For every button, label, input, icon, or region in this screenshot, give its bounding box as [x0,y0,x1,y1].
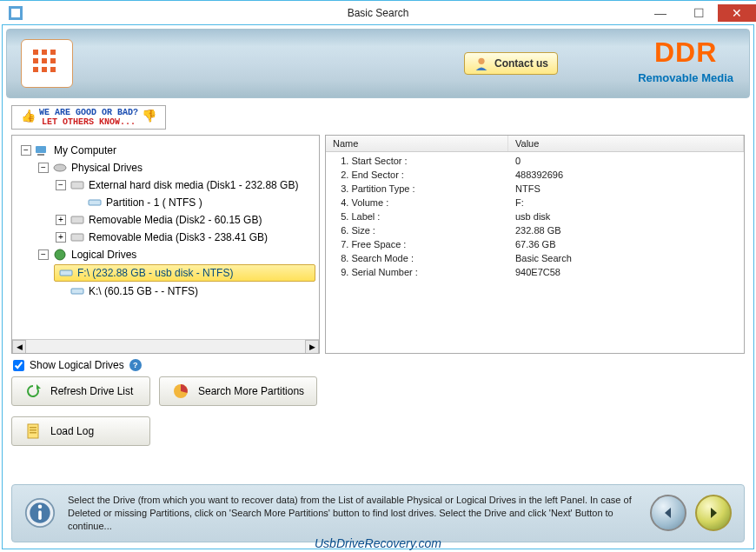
document-icon [24,422,42,440]
svg-rect-17 [89,200,101,205]
minimize-button[interactable]: — [641,4,680,22]
collapse-icon[interactable]: − [38,163,49,173]
app-icon [9,6,23,20]
back-button[interactable] [650,495,686,531]
collapse-icon[interactable]: − [21,145,31,156]
svg-rect-4 [42,50,47,55]
contact-label: Contact us [494,57,548,70]
property-row[interactable]: 7. Free Space :67.36 GB [326,237,744,251]
svg-rect-8 [50,58,56,63]
tree-disk2[interactable]: + Removable Media (Disk2 - 60.15 GB) [54,212,315,228]
brand-block: DDR Removable Media [638,38,733,84]
hdd-icon [70,178,85,192]
arrow-left-icon [660,504,677,522]
footer-url: UsbDriveRecovery.com [0,536,756,550]
expand-icon[interactable]: + [56,232,66,243]
pie-icon [172,382,189,400]
ribbon-line2: LET OTHERS KNOW... [39,117,138,127]
show-logical-label: Show Logical Drives [30,359,124,371]
svg-rect-10 [42,67,47,72]
footer-panel: Select the Drive (from which you want to… [11,484,745,542]
person-icon [474,56,489,71]
svg-rect-25 [28,424,38,438]
svg-rect-31 [38,511,42,521]
banner: Contact us DDR Removable Media [6,29,750,98]
scroll-right-icon[interactable]: ▶ [305,340,319,354]
svg-rect-13 [36,146,46,153]
column-header-name[interactable]: Name [326,136,508,151]
tree-disk3[interactable]: + Removable Media (Disk3 - 238.41 GB) [54,229,315,245]
svg-rect-5 [50,50,56,55]
app-logo [21,39,73,88]
load-log-button[interactable]: Load Log [11,416,150,446]
svg-rect-14 [37,154,44,156]
expand-icon[interactable]: + [56,215,66,225]
svg-rect-18 [71,216,83,223]
help-icon[interactable]: ? [129,359,142,371]
property-row[interactable]: 9. Serial Number :940E7C58 [326,265,744,279]
tree-logical-drives[interactable]: − Logical Drives [36,247,315,263]
ribbon-line1: WE ARE GOOD OR BAD? [39,108,138,117]
properties-table: Name Value 1. Start Sector :0 2. End Sec… [325,135,745,354]
drive-icon [52,161,68,175]
info-icon [24,497,56,529]
svg-point-32 [38,505,43,509]
volume-icon [70,284,85,298]
thumb-down-icon: 👎 [142,110,156,123]
feedback-ribbon[interactable]: 👍 WE ARE GOOD OR BAD? LET OTHERS KNOW...… [11,105,166,130]
svg-rect-1 [11,9,20,17]
title-bar: Basic Search — ☐ ✕ [0,0,756,24]
show-logical-checkbox[interactable] [13,360,24,371]
brand-subtitle: Removable Media [638,71,733,84]
svg-rect-26 [30,427,36,429]
brand-name: DDR [638,38,733,66]
column-header-value[interactable]: Value [508,136,744,151]
tree-disk1[interactable]: − External hard disk media (Disk1 - 232.… [54,177,315,193]
property-row[interactable]: 4. Volume :F: [326,196,744,209]
property-row[interactable]: 3. Partition Type :NTFS [326,182,744,196]
tree-my-computer[interactable]: − My Computer [19,143,315,158]
property-row[interactable]: 1. Start Sector :0 [326,154,744,168]
property-row[interactable]: 8. Search Mode :Basic Search [326,251,744,265]
contact-us-button[interactable]: Contact us [464,52,558,75]
svg-point-15 [54,164,66,171]
svg-rect-9 [33,67,38,72]
property-row[interactable]: 6. Size :232.88 GB [326,223,744,237]
collapse-icon[interactable]: − [56,180,66,190]
horizontal-scrollbar[interactable]: ◀ ▶ [12,339,319,353]
svg-rect-28 [30,432,36,434]
next-button[interactable] [695,495,732,531]
maximize-button[interactable]: ☐ [680,4,718,22]
svg-point-12 [478,58,484,64]
tree-physical-drives[interactable]: − Physical Drives [36,160,315,176]
property-row[interactable]: 2. End Sector :488392696 [326,168,744,182]
tree-volume-k[interactable]: K:\ (60.15 GB - - NTFS) [54,283,315,299]
svg-rect-27 [30,429,36,431]
scroll-left-icon[interactable]: ◀ [12,340,26,354]
property-row[interactable]: 5. Label :usb disk [326,209,744,223]
svg-rect-16 [71,182,83,189]
refresh-drive-list-button[interactable]: Refresh Drive List [11,376,150,406]
tree-disk1-partition[interactable]: Partition - 1 ( NTFS ) [71,195,315,210]
svg-rect-7 [42,58,47,63]
svg-rect-3 [33,50,38,55]
hdd-icon [70,213,85,227]
partition-icon [87,196,103,209]
svg-rect-22 [60,270,72,276]
close-button[interactable]: ✕ [718,4,756,22]
svg-rect-19 [71,234,83,241]
refresh-icon [24,382,42,400]
footer-text: Select the Drive (from which you want to… [68,494,638,533]
svg-rect-6 [33,58,38,63]
search-more-partitions-button[interactable]: Search More Partitions [159,376,317,406]
volume-icon [58,266,74,280]
arrow-right-icon [705,504,722,522]
hdd-icon [70,230,85,244]
window-title: Basic Search [348,7,409,19]
tree-volume-f[interactable]: F:\ (232.88 GB - usb disk - NTFS) [54,264,315,282]
thumb-up-icon: 👍 [21,110,36,123]
svg-rect-23 [71,289,83,294]
drive-tree[interactable]: − My Computer − Physical Drives [11,135,320,354]
collapse-icon[interactable]: − [38,249,49,260]
svg-rect-11 [50,67,56,72]
